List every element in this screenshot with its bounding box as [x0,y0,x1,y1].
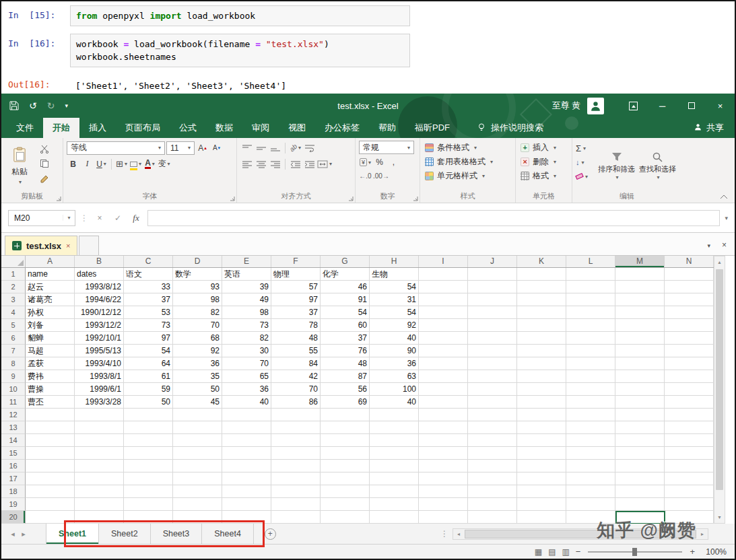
cell-k1[interactable] [517,268,566,281]
cell-g7[interactable]: 76 [321,345,370,357]
cell-h6[interactable]: 40 [370,332,419,345]
cell-g17[interactable] [321,473,370,485]
cell-g4[interactable]: 54 [321,306,370,319]
cell-j8[interactable] [468,357,517,370]
ribbon-tab-help[interactable]: 帮助 [369,118,405,138]
align-bottom-button[interactable] [269,141,281,154]
ribbon-tab-office-tab[interactable]: 办公标签 [315,118,369,138]
cell-d13[interactable] [173,421,222,434]
cell-f20[interactable] [271,511,321,524]
cell-g3[interactable]: 91 [321,293,370,306]
clipboard-dialog-launcher[interactable] [56,196,61,201]
cell-k14[interactable] [517,434,566,447]
zoom-percentage[interactable]: 100% [701,547,727,557]
name-box[interactable]: M20 ▾ [8,210,75,226]
share-button[interactable]: 共享 [694,118,724,138]
clear-button[interactable]: ▾ [576,170,593,182]
cell-e12[interactable] [222,409,271,421]
cell-m3[interactable] [615,293,665,306]
cell-l11[interactable] [566,396,615,409]
format-painter-button[interactable] [40,172,57,184]
cell-f14[interactable] [271,434,321,447]
cell-d14[interactable] [173,434,222,447]
selected-cell-m20[interactable] [615,511,665,524]
increase-indent-button[interactable] [303,158,316,170]
column-header-c[interactable]: C [124,256,173,267]
cell-b16[interactable] [75,460,124,473]
cell-h4[interactable]: 54 [370,306,419,319]
cell-l12[interactable] [566,409,615,421]
cell-d11[interactable]: 45 [173,396,222,409]
cell-i10[interactable] [419,383,468,396]
cell-j1[interactable] [468,268,517,281]
cell-c6[interactable]: 97 [124,332,173,345]
cell-g1[interactable]: 化学 [321,268,370,281]
cell-n19[interactable] [665,498,714,511]
row-header-2[interactable]: 2 [1,281,26,293]
row-header-5[interactable]: 5 [1,319,26,332]
cell-e6[interactable]: 82 [222,332,271,345]
cell-e3[interactable]: 49 [222,293,271,306]
cell-c1[interactable]: 语文 [124,268,173,281]
cell-b3[interactable]: 1994/6/22 [75,293,124,306]
cell-f10[interactable]: 70 [271,383,321,396]
cell-k7[interactable] [517,345,566,357]
ribbon-tab-insert[interactable]: 插入 [79,118,116,138]
cell-c16[interactable] [124,460,173,473]
cell-h13[interactable] [370,421,419,434]
cell-i13[interactable] [419,421,468,434]
cell-h20[interactable] [370,511,419,524]
cell-k3[interactable] [517,293,566,306]
cell-n9[interactable] [665,370,714,383]
next-sheet-button[interactable]: ▸ [19,530,28,538]
cell-c4[interactable]: 53 [124,306,173,319]
cell-j3[interactable] [468,293,517,306]
column-header-l[interactable]: L [566,256,615,267]
cell-e17[interactable] [222,473,271,485]
cell-n11[interactable] [665,396,714,409]
cell-h15[interactable] [370,447,419,460]
row-header-8[interactable]: 8 [1,357,26,370]
code-area[interactable]: from openpyxl import load_workbook [70,5,410,26]
tell-me-search[interactable]: 操作说明搜索 [477,118,543,138]
cell-m13[interactable] [615,421,665,434]
cell-c20[interactable] [124,511,173,524]
new-document-tab[interactable] [79,236,99,255]
cell-e5[interactable]: 73 [222,319,271,332]
cell-l15[interactable] [566,447,615,460]
cell-l5[interactable] [566,319,615,332]
cell-b19[interactable] [75,498,124,511]
expand-formula-bar-button[interactable]: ▾ [725,215,728,221]
ribbon-tab-review[interactable]: 审阅 [242,118,279,138]
cut-button[interactable] [40,143,57,155]
decrease-decimal-button[interactable]: .00→ [373,170,389,182]
cell-j15[interactable] [468,447,517,460]
cell-c10[interactable]: 59 [124,383,173,396]
row-header-9[interactable]: 9 [1,370,26,383]
cell-n17[interactable] [665,473,714,485]
cell-a9[interactable]: 费祎 [26,370,75,383]
cell-a4[interactable]: 孙权 [26,306,75,319]
bold-button[interactable]: B [67,158,79,170]
cell-e10[interactable]: 36 [222,383,271,396]
cell-a8[interactable]: 孟获 [26,357,75,370]
doc-tab-close-button[interactable]: × [722,240,727,250]
cell-d17[interactable] [173,473,222,485]
cell-h9[interactable]: 63 [370,370,419,383]
cell-d20[interactable] [173,511,222,524]
column-header-e[interactable]: E [222,256,271,267]
cell-b13[interactable] [75,421,124,434]
cell-n8[interactable] [665,357,714,370]
cell-b12[interactable] [75,409,124,421]
copy-button[interactable] [40,158,57,170]
horizontal-scrollbar-thumb[interactable] [465,530,696,538]
column-header-f[interactable]: F [271,256,321,267]
cells-insert-button[interactable]: 插入▾ [519,141,568,155]
cell-d7[interactable]: 92 [173,345,222,357]
number-format-select[interactable]: 常规▾ [359,141,414,154]
collapse-ribbon-button[interactable] [720,195,728,199]
cell-e20[interactable] [222,511,271,524]
ribbon-display-options-button[interactable] [619,94,648,118]
document-tab-close-icon[interactable]: × [66,242,70,250]
italic-button[interactable]: I [81,158,94,170]
